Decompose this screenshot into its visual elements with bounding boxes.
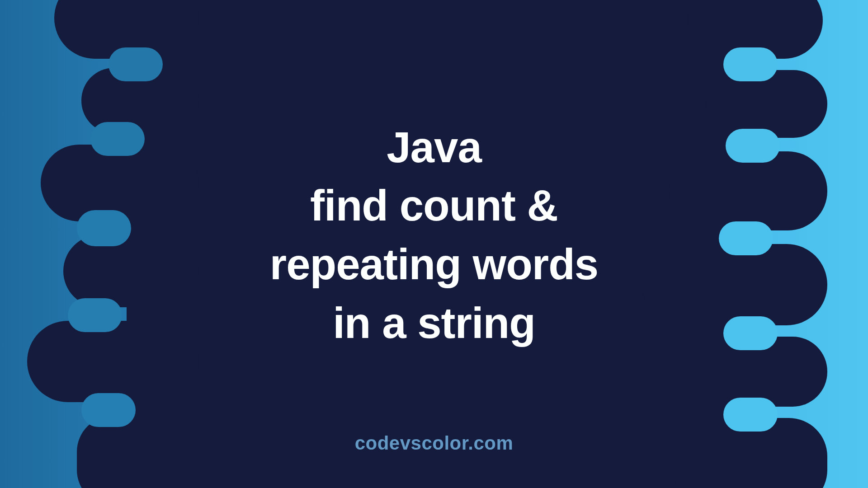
title-line-4: in a string	[270, 294, 598, 352]
title-line-2: find count &	[270, 176, 598, 235]
footer-attribution: codevscolor.com	[355, 432, 514, 454]
main-title: Java find count & repeating words in a s…	[270, 118, 598, 352]
content-area: Java find count & repeating words in a s…	[0, 0, 868, 488]
title-line-1: Java	[270, 118, 598, 177]
title-line-3: repeating words	[270, 235, 598, 294]
